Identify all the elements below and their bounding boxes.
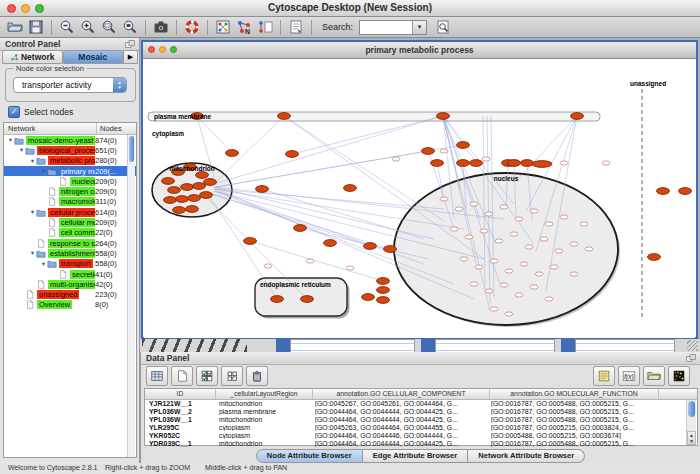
- table-row[interactable]: YPL036W__1mitochondrion[GO:0044464, GO:0…: [145, 416, 697, 424]
- network-node[interactable]: [164, 197, 177, 204]
- tree-row[interactable]: ▼mosaic-demo-yeast874(0): [4, 135, 136, 145]
- network-node[interactable]: [540, 237, 548, 241]
- search-dropdown-arrow-icon[interactable]: ▼: [412, 21, 426, 34]
- tab-network-attribute-browser[interactable]: Network Attribute Browser: [468, 449, 585, 463]
- network-view-window[interactable]: primary metabolic process plasma membran…: [141, 40, 698, 339]
- network-node[interactable]: [437, 113, 450, 120]
- network-node[interactable]: [520, 262, 528, 266]
- save-session-icon[interactable]: [27, 18, 45, 36]
- network-node[interactable]: [648, 254, 661, 261]
- tab-mosaic[interactable]: Mosaic: [63, 50, 124, 64]
- tree-row[interactable]: macromolecule311(0): [4, 197, 136, 207]
- network-node[interactable]: [188, 195, 201, 202]
- tree-column-nodes[interactable]: Nodes: [97, 123, 136, 134]
- float-panel-icon[interactable]: [125, 40, 135, 48]
- network-canvas[interactable]: plasma membranecytoplasmmitochondrionnuc…: [144, 59, 695, 338]
- network-node[interactable]: [510, 232, 518, 236]
- network-node[interactable]: [508, 160, 521, 167]
- close-window-button[interactable]: [7, 4, 16, 13]
- expand-arrow-icon[interactable]: ▼: [7, 137, 14, 143]
- open-folder-icon[interactable]: [643, 366, 665, 386]
- network-node[interactable]: [186, 206, 199, 213]
- network-node[interactable]: [440, 149, 448, 153]
- network-node[interactable]: [535, 272, 543, 276]
- network-node[interactable]: [485, 212, 493, 216]
- network-node[interactable]: [570, 272, 578, 276]
- table-column-header[interactable]: annotation.GO CELLULAR_COMPONENT: [313, 389, 490, 399]
- help-icon[interactable]: [183, 18, 201, 36]
- network-node[interactable]: [176, 196, 189, 203]
- expand-arrow-icon[interactable]: ▼: [29, 250, 36, 256]
- expand-arrow-icon[interactable]: ▼: [29, 209, 36, 215]
- network-node[interactable]: [384, 246, 397, 253]
- background-window-sliver[interactable]: [575, 339, 675, 352]
- network-node[interactable]: [346, 266, 354, 270]
- network-node[interactable]: [306, 259, 314, 263]
- network-node[interactable]: [200, 192, 213, 199]
- network-node[interactable]: [530, 209, 538, 213]
- network-node[interactable]: [465, 235, 473, 239]
- expand-arrow-icon[interactable]: ▼: [40, 261, 47, 267]
- zoom-selected-region-icon[interactable]: [100, 18, 118, 36]
- network-node[interactable]: [377, 278, 390, 285]
- advanced-search-icon[interactable]: [434, 18, 452, 36]
- network-node[interactable]: [530, 285, 538, 289]
- delete-attribute-icon[interactable]: [246, 366, 268, 386]
- network-node[interactable]: [545, 222, 553, 226]
- background-window-sliver[interactable]: [290, 339, 415, 352]
- tree-row[interactable]: nitrogen compo209(0): [4, 186, 136, 196]
- network-node[interactable]: [450, 227, 458, 231]
- network-node[interactable]: [377, 287, 390, 294]
- network-node[interactable]: [193, 183, 206, 190]
- network-node[interactable]: [657, 188, 670, 195]
- tab-node-attribute-browser[interactable]: Node Attribute Browser: [256, 449, 363, 463]
- network-node[interactable]: [482, 157, 490, 161]
- tab-network[interactable]: Network: [2, 50, 63, 64]
- network-node[interactable]: [560, 215, 568, 219]
- tree-row[interactable]: cellular metabol209(0): [4, 217, 136, 227]
- network-node[interactable]: [264, 264, 272, 268]
- tree-scrollbar-thumb[interactable]: [129, 136, 134, 162]
- network-node[interactable]: [181, 184, 194, 191]
- network-node[interactable]: [550, 265, 558, 269]
- table-row[interactable]: YLR295Ccytoplasm[GO:0045263, GO:0044464,…: [145, 424, 697, 432]
- network-node[interactable]: [440, 197, 448, 201]
- zoom-out-icon[interactable]: [58, 18, 76, 36]
- network-node[interactable]: [362, 294, 375, 301]
- network-node[interactable]: [505, 269, 513, 273]
- network-node[interactable]: [344, 185, 357, 192]
- network-node[interactable]: [168, 187, 181, 194]
- network-node[interactable]: [196, 172, 209, 179]
- network-node[interactable]: [515, 293, 523, 297]
- zoom-fit-icon[interactable]: [121, 18, 139, 36]
- network-node[interactable]: [500, 205, 508, 209]
- network-window-titlebar[interactable]: primary metabolic process: [143, 42, 696, 59]
- table-row[interactable]: YPL036W__2plasma membrane[GO:0044464, GO…: [145, 408, 697, 416]
- network-node[interactable]: [226, 150, 239, 157]
- zoom-in-icon[interactable]: [79, 18, 97, 36]
- tree-row[interactable]: secretion41(0): [4, 269, 136, 279]
- network-node[interactable]: [602, 161, 610, 165]
- network-node[interactable]: [560, 161, 568, 165]
- select-attributes-icon[interactable]: [196, 366, 218, 386]
- table-column-header[interactable]: _cellularLayoutRegion: [216, 389, 313, 399]
- minimize-view-button[interactable]: [159, 46, 166, 53]
- network-node[interactable]: [485, 289, 493, 293]
- network-node[interactable]: [294, 225, 307, 232]
- network-node[interactable]: [324, 240, 337, 247]
- tree-row[interactable]: cell communicat22(0): [4, 228, 136, 238]
- scroll-arrows-icon[interactable]: ▲▼: [687, 431, 696, 445]
- network-node[interactable]: [162, 178, 175, 185]
- network-node[interactable]: [525, 245, 533, 249]
- network-node[interactable]: [422, 148, 435, 155]
- visual-mapper-icon[interactable]: N: [235, 18, 253, 36]
- tree-row[interactable]: unassigned223(0): [4, 289, 136, 299]
- close-view-button[interactable]: [148, 46, 155, 53]
- open-session-icon[interactable]: [6, 18, 24, 36]
- network-node[interactable]: [580, 222, 588, 226]
- attribute-table-icon[interactable]: [146, 366, 168, 386]
- import-table-icon[interactable]: [593, 366, 615, 386]
- network-node[interactable]: [271, 296, 284, 303]
- network-node[interactable]: [490, 307, 498, 311]
- expand-arrow-icon[interactable]: ▼: [40, 168, 47, 174]
